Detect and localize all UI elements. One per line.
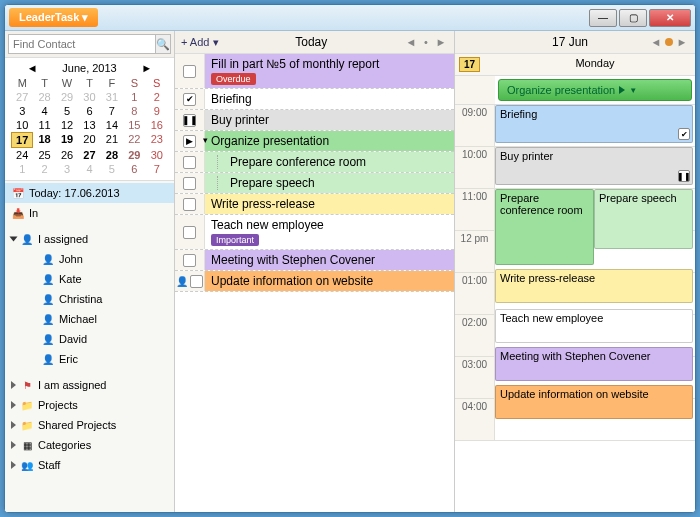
cal-day[interactable]: 5 (56, 104, 78, 118)
task-row[interactable]: Teach new employeeImportant (175, 215, 454, 250)
nav-staff[interactable]: 👥Staff (5, 455, 174, 475)
cal-day[interactable]: 18 (33, 132, 55, 148)
cal-day[interactable]: 6 (123, 162, 145, 176)
cal-day[interactable]: 29 (123, 148, 145, 162)
nav-i-am-assigned[interactable]: ⚑I am assigned (5, 375, 174, 395)
event-checkbox[interactable]: ✔ (678, 128, 690, 140)
cal-day[interactable]: 28 (33, 90, 55, 104)
calendar-event[interactable]: Write press-release (495, 269, 693, 303)
cal-day[interactable]: 16 (146, 118, 168, 132)
nav-person[interactable]: 👤Kate (5, 269, 174, 289)
calendar-event[interactable]: Briefing✔ (495, 105, 693, 143)
close-button[interactable]: ✕ (649, 9, 691, 27)
cal-day[interactable]: 13 (78, 118, 100, 132)
nav-today[interactable]: 📅Today: 17.06.2013 (5, 183, 174, 203)
task-checkbox[interactable] (183, 65, 196, 78)
task-checkbox[interactable]: ✔ (183, 93, 196, 106)
search-button[interactable]: 🔍 (156, 34, 171, 54)
day-prev[interactable]: ◄ (649, 36, 663, 48)
task-row[interactable]: 👤Update information on website (175, 271, 454, 292)
task-row[interactable]: Prepare conference room (175, 152, 454, 173)
cal-day[interactable]: 2 (146, 90, 168, 104)
cal-day[interactable]: 11 (33, 118, 55, 132)
calendar-event[interactable]: Prepare speech (594, 189, 693, 249)
cal-day[interactable]: 8 (123, 104, 145, 118)
cal-day[interactable]: 24 (11, 148, 33, 162)
cal-day[interactable]: 2 (33, 162, 55, 176)
calendar-event[interactable]: Prepare conference room (495, 189, 594, 265)
cal-day[interactable]: 21 (101, 132, 123, 148)
nav-person[interactable]: 👤John (5, 249, 174, 269)
cal-day[interactable]: 17 (11, 132, 33, 148)
nav-categories[interactable]: ▦Categories (5, 435, 174, 455)
next-day[interactable]: ► (434, 36, 448, 48)
cal-day[interactable]: 4 (78, 162, 100, 176)
task-checkbox[interactable] (183, 226, 196, 239)
maximize-button[interactable]: ▢ (619, 9, 647, 27)
nav-in[interactable]: 📥In (5, 203, 174, 223)
calendar-event[interactable]: Buy printer❚❚ (495, 147, 693, 185)
nav-projects[interactable]: 📁Projects (5, 395, 174, 415)
cal-day[interactable]: 29 (56, 90, 78, 104)
cal-day[interactable]: 23 (146, 132, 168, 148)
cal-prev[interactable]: ◄ (26, 62, 38, 74)
timeline[interactable]: 09:0010:0011:0012 pm01:0002:0003:0004:00… (455, 105, 695, 512)
task-checkbox[interactable] (183, 177, 196, 190)
task-row[interactable]: Fill in part №5 of monthly reportOverdue (175, 54, 454, 89)
cal-day[interactable]: 27 (78, 148, 100, 162)
calendar-event[interactable]: Teach new employee (495, 309, 693, 343)
cal-day[interactable]: 27 (11, 90, 33, 104)
calendar-event[interactable]: Meeting with Stephen Covener (495, 347, 693, 381)
task-checkbox[interactable] (190, 275, 203, 288)
day-next[interactable]: ► (675, 36, 689, 48)
task-row[interactable]: Write press-release (175, 194, 454, 215)
cal-day[interactable]: 25 (33, 148, 55, 162)
cal-day[interactable]: 19 (56, 132, 78, 148)
calendar-event[interactable]: Update information on website (495, 385, 693, 419)
cal-day[interactable]: 10 (11, 118, 33, 132)
task-checkbox[interactable] (183, 156, 196, 169)
organize-presentation-button[interactable]: Organize presentation ▼ (498, 79, 692, 101)
cal-day[interactable]: 3 (56, 162, 78, 176)
nav-person[interactable]: 👤Michael (5, 309, 174, 329)
nav-person[interactable]: 👤David (5, 329, 174, 349)
cal-day[interactable]: 5 (101, 162, 123, 176)
cal-day[interactable]: 7 (101, 104, 123, 118)
cal-day[interactable]: 15 (123, 118, 145, 132)
prev-day[interactable]: ◄ (404, 36, 418, 48)
cal-day[interactable]: 7 (146, 162, 168, 176)
today-button[interactable]: • (419, 36, 433, 48)
nav-shared[interactable]: 📁Shared Projects (5, 415, 174, 435)
cal-day[interactable]: 6 (78, 104, 100, 118)
cal-day[interactable]: 1 (11, 162, 33, 176)
cal-day[interactable]: 30 (78, 90, 100, 104)
cal-day[interactable]: 30 (146, 148, 168, 162)
cal-day[interactable]: 12 (56, 118, 78, 132)
minimize-button[interactable]: — (589, 9, 617, 27)
nav-i-assigned[interactable]: 👤I assigned (5, 229, 174, 249)
expand-icon[interactable]: ▾ (203, 135, 208, 145)
task-checkbox[interactable] (183, 198, 196, 211)
task-row[interactable]: Meeting with Stephen Covener (175, 250, 454, 271)
cal-day[interactable]: 28 (101, 148, 123, 162)
cal-day[interactable]: 9 (146, 104, 168, 118)
task-row[interactable]: ✔Briefing (175, 89, 454, 110)
task-checkbox[interactable]: ▶ (183, 135, 196, 148)
task-row[interactable]: ❚❚Buy printer (175, 110, 454, 131)
task-checkbox[interactable]: ❚❚ (183, 114, 196, 127)
cal-day[interactable]: 20 (78, 132, 100, 148)
nav-person[interactable]: 👤Eric (5, 349, 174, 369)
event-checkbox[interactable]: ❚❚ (678, 170, 690, 182)
cal-day[interactable]: 4 (33, 104, 55, 118)
cal-day[interactable]: 3 (11, 104, 33, 118)
cal-day[interactable]: 26 (56, 148, 78, 162)
cal-day[interactable]: 31 (101, 90, 123, 104)
nav-person[interactable]: 👤Christina (5, 289, 174, 309)
cal-day[interactable]: 14 (101, 118, 123, 132)
task-row[interactable]: ▶▾Organize presentation (175, 131, 454, 152)
cal-day[interactable]: 22 (123, 132, 145, 148)
cal-day[interactable]: 1 (123, 90, 145, 104)
cal-next[interactable]: ► (141, 62, 153, 74)
task-row[interactable]: Prepare speech (175, 173, 454, 194)
task-checkbox[interactable] (183, 254, 196, 267)
